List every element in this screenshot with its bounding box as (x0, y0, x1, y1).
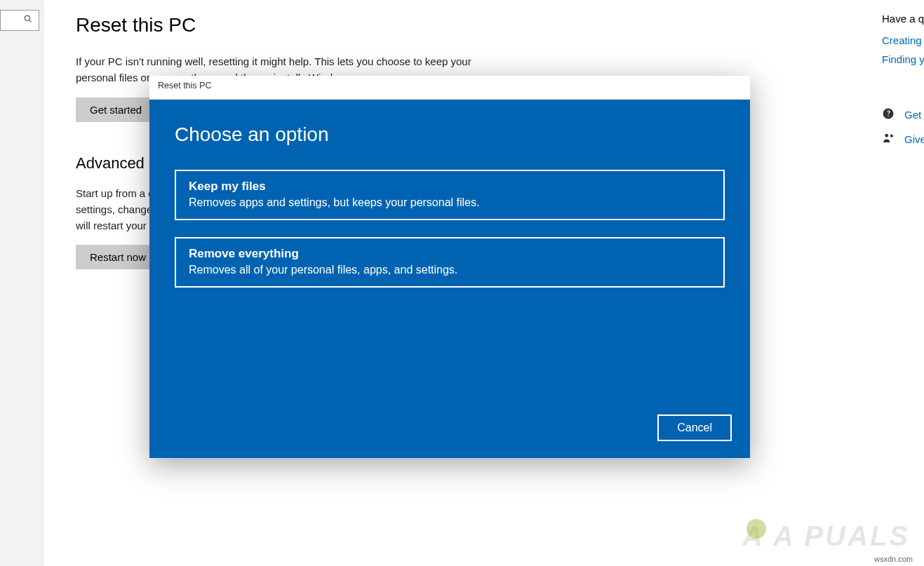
help-link-finding[interactable]: Finding your recovery key (882, 53, 924, 65)
dialog-titlebar: Reset this PC (149, 76, 750, 100)
option-keep-my-files[interactable]: Keep my files Removes apps and settings,… (175, 170, 725, 220)
cancel-button[interactable]: Cancel (657, 415, 732, 441)
watermark-source: wsxdn.com (874, 555, 913, 563)
give-feedback-label: Give feedback (904, 133, 924, 145)
section-reset-title: Reset this PC (76, 14, 497, 36)
search-icon (23, 14, 33, 27)
svg-point-0 (25, 15, 29, 20)
get-help-link[interactable]: Get help (882, 107, 924, 122)
have-a-question-label: Have a question? (882, 13, 924, 25)
option-keep-title: Keep my files (189, 180, 711, 194)
option-keep-desc: Removes apps and settings, but keeps you… (189, 196, 711, 209)
help-link-creating[interactable]: Creating a recovery drive (882, 34, 924, 46)
get-started-button[interactable]: Get started (76, 97, 156, 122)
get-help-icon (882, 107, 895, 122)
dialog-body: Choose an option Keep my files Removes a… (149, 100, 750, 458)
svg-point-2 (885, 134, 888, 137)
option-remove-desc: Removes all of your personal files, apps… (189, 264, 711, 276)
option-remove-everything[interactable]: Remove everything Removes all of your pe… (175, 237, 725, 288)
watermark-logo: A A PUALS (742, 520, 910, 552)
feedback-icon (882, 132, 895, 147)
svg-line-1 (29, 20, 31, 22)
settings-sidebar-sliver (0, 0, 43, 566)
give-feedback-link[interactable]: Give feedback (882, 132, 924, 147)
restart-now-button[interactable]: Restart now (76, 245, 160, 269)
option-remove-title: Remove everything (189, 247, 711, 261)
get-help-label: Get help (904, 109, 924, 121)
dialog-heading: Choose an option (175, 123, 725, 146)
help-column: Have a question? Creating a recovery dri… (882, 13, 924, 156)
search-input[interactable] (0, 10, 39, 31)
reset-pc-dialog: Reset this PC Choose an option Keep my f… (149, 76, 750, 458)
